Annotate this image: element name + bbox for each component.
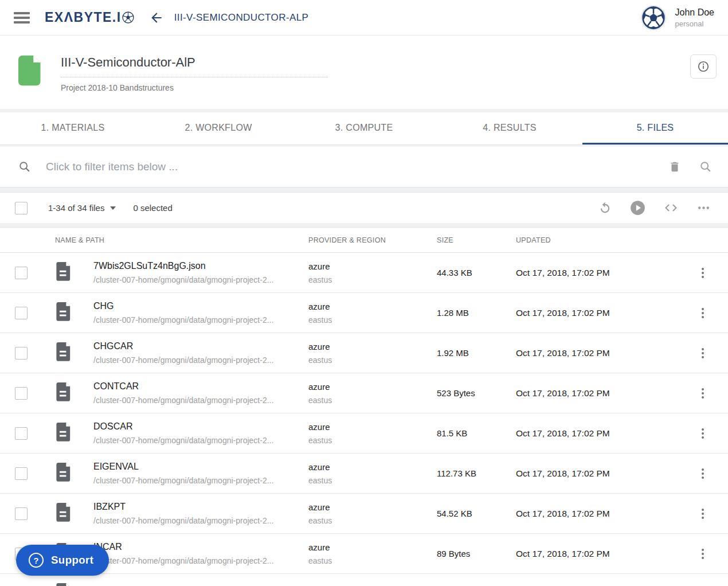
file-name: CONTCAR [93, 381, 308, 392]
table-row[interactable]: EIGENVAL /cluster-007-home/gmogni/data/g… [0, 454, 728, 494]
file-updated: Oct 17, 2018, 17:02 PM [516, 509, 688, 519]
avatar[interactable] [641, 5, 666, 30]
file-region: eastus [308, 396, 436, 405]
select-all-checkbox[interactable] [15, 202, 28, 214]
file-path: /cluster-007-home/gmogni/data/gmogni-pro… [93, 516, 308, 525]
file-region: eastus [308, 556, 436, 565]
file-size: 54.52 KB [436, 509, 516, 518]
col-header-name-path[interactable]: NAME & PATH [41, 236, 308, 244]
row-checkbox[interactable] [15, 307, 28, 319]
list-toolbar: 1-34 of 34 files 0 selected [0, 193, 728, 223]
tab-5-files[interactable]: 5. FILES [582, 112, 728, 144]
filter-bar [0, 147, 728, 187]
file-name: INCAR [93, 542, 308, 552]
support-button[interactable]: ? Support [16, 545, 109, 576]
row-checkbox[interactable] [15, 387, 28, 400]
col-header-size[interactable]: SIZE [436, 236, 516, 244]
support-label: Support [51, 554, 93, 567]
tab-4-results[interactable]: 4. RESULTS [437, 112, 582, 144]
file-provider: azure [308, 382, 436, 392]
table-row[interactable]: CHGCAR /cluster-007-home/gmogni/data/gmo… [0, 333, 728, 373]
file-region: eastus [308, 355, 436, 365]
menu-icon[interactable] [14, 12, 30, 24]
filter-input[interactable] [46, 161, 668, 173]
file-provider: azure [308, 422, 436, 432]
file-icon [56, 463, 72, 482]
table-row[interactable]: CONTCAR /cluster-007-home/gmogni/data/gm… [0, 373, 728, 413]
tab-1-materials[interactable]: 1. MATERIALS [0, 112, 146, 144]
pagination-label: 1-34 of 34 files [48, 203, 104, 213]
row-checkbox[interactable] [15, 267, 28, 279]
col-header-updated[interactable]: UPDATED [516, 236, 688, 244]
project-file-icon [18, 55, 42, 86]
table-row[interactable]: 7Wbis2GLSuTz4nBgG.json /cluster-007-home… [0, 253, 728, 293]
col-header-provider-region[interactable]: PROVIDER & REGION [308, 236, 436, 244]
file-name: 7Wbis2GLSuTz4nBgG.json [93, 261, 308, 271]
file-updated: Oct 17, 2018, 17:02 PM [516, 348, 688, 358]
pagination-dropdown[interactable]: 1-34 of 34 files [48, 203, 116, 213]
user-account-type: personal [675, 19, 715, 28]
tab-2-workflow[interactable]: 2. WORKFLOW [146, 112, 291, 144]
file-name: EIGENVAL [93, 462, 308, 472]
file-icon [56, 262, 72, 282]
selected-count: 0 selected [133, 203, 172, 213]
row-menu-icon[interactable] [698, 505, 707, 522]
row-checkbox[interactable] [15, 507, 28, 520]
project-subtitle: Project 2018-10 Bandstructures [61, 83, 328, 92]
top-app-bar: EXΛBYTE.I III-V-SEMICONDUCTOR-ALP [0, 0, 728, 36]
tab-3-compute[interactable]: 3. COMPUTE [291, 112, 437, 144]
user-menu[interactable]: John Doe personal [641, 5, 715, 30]
file-icon [56, 382, 72, 402]
info-button[interactable] [690, 54, 717, 79]
file-size: 89 Bytes [436, 549, 516, 558]
trash-icon[interactable] [668, 161, 681, 173]
file-path: /cluster-007-home/gmogni/data/gmogni-pro… [93, 556, 308, 565]
row-menu-icon[interactable] [698, 345, 707, 362]
file-region: eastus [308, 275, 436, 284]
file-name: DOSCAR [93, 421, 308, 432]
logo-ball-icon [122, 11, 134, 24]
row-menu-icon[interactable] [698, 385, 707, 402]
row-checkbox[interactable] [15, 347, 28, 360]
row-checkbox[interactable] [15, 467, 28, 480]
file-path: /cluster-007-home/gmogni/data/gmogni-pro… [93, 436, 308, 445]
section-divider [0, 223, 728, 228]
file-size: 44.33 KB [436, 268, 516, 278]
table-row[interactable]: INCAR /cluster-007-home/gmogni/data/gmog… [0, 534, 728, 574]
app-logo[interactable]: EXΛBYTE.I [45, 10, 134, 25]
file-region: eastus [308, 476, 436, 485]
table-row[interactable]: DOSCAR /cluster-007-home/gmogni/data/gmo… [0, 413, 728, 454]
tabs: 1. MATERIALS2. WORKFLOW3. COMPUTE4. RESU… [0, 112, 728, 145]
table-row[interactable]: KPOINTS [0, 574, 728, 586]
refresh-icon[interactable] [598, 201, 612, 214]
row-menu-icon[interactable] [698, 304, 707, 322]
file-provider: azure [308, 542, 436, 552]
file-provider: azure [308, 261, 436, 271]
search-icon [18, 161, 31, 173]
page-title[interactable]: III-V-Semiconductor-AlP [61, 55, 328, 77]
row-menu-icon[interactable] [698, 425, 707, 442]
file-path: /cluster-007-home/gmogni/data/gmogni-pro… [93, 476, 308, 485]
table-search-icon[interactable] [699, 161, 712, 173]
row-menu-icon[interactable] [698, 545, 707, 562]
row-checkbox[interactable] [15, 427, 28, 440]
table-row[interactable]: CHG /cluster-007-home/gmogni/data/gmogni… [0, 293, 728, 333]
table-header: NAME & PATH PROVIDER & REGION SIZE UPDAT… [0, 228, 728, 253]
tab-label: 3. COMPUTE [335, 123, 393, 133]
row-menu-icon[interactable] [698, 465, 707, 482]
tab-label: 4. RESULTS [483, 123, 536, 133]
file-provider: azure [308, 502, 436, 512]
back-arrow-icon[interactable] [149, 10, 164, 25]
code-icon[interactable] [664, 201, 678, 215]
table-row[interactable]: IBZKPT /cluster-007-home/gmogni/data/gmo… [0, 494, 728, 534]
avatar-ball-icon [641, 6, 666, 30]
help-icon: ? [29, 553, 44, 568]
more-horizontal-icon[interactable] [696, 201, 711, 215]
file-size: 1.28 MB [436, 308, 516, 318]
file-updated: Oct 17, 2018, 17:02 PM [516, 549, 688, 559]
file-provider: azure [308, 462, 436, 472]
row-menu-icon[interactable] [698, 264, 707, 282]
play-icon[interactable] [630, 200, 645, 216]
file-icon [56, 503, 72, 522]
file-name: CHG [93, 301, 308, 311]
